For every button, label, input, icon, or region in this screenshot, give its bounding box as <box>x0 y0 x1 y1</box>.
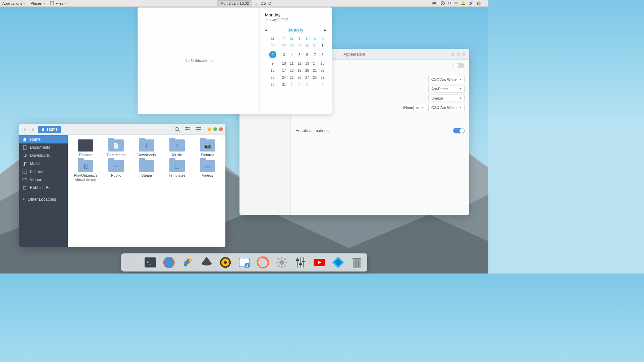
nav-forward[interactable]: › <box>30 126 36 133</box>
cal-day[interactable]: 29 <box>319 74 326 81</box>
cal-day[interactable]: 27 <box>303 74 311 81</box>
sidebar-item-home[interactable]: Home <box>19 135 68 143</box>
path-home-button[interactable]: Home <box>38 126 61 133</box>
cal-day[interactable]: 31 <box>311 42 319 49</box>
cal-day[interactable]: 26 <box>296 74 303 81</box>
global-dark-toggle[interactable]: × <box>453 63 465 68</box>
dock-updater[interactable] <box>256 255 270 269</box>
dock-trash[interactable] <box>350 255 364 269</box>
cal-day[interactable]: 25 <box>288 74 296 81</box>
cal-day[interactable]: 5 <box>319 81 326 88</box>
chevron-down-icon[interactable]: ⌄ <box>484 1 487 5</box>
folder-downloads[interactable]: ⬇Downloads <box>132 139 161 157</box>
dock-terminal-app[interactable]: >_ <box>143 255 157 269</box>
files-menu[interactable]: Files⌄ <box>48 0 69 6</box>
cal-day[interactable]: 15 <box>319 60 326 67</box>
dock-settings[interactable] <box>275 255 289 269</box>
mail2-icon[interactable]: ✉ <box>454 1 458 5</box>
cal-day[interactable]: 22 <box>319 67 326 74</box>
search-icon[interactable] <box>174 127 180 132</box>
sidebar-item-music[interactable]: Music <box>19 160 68 168</box>
cal-day[interactable]: 7 <box>311 49 319 60</box>
nav-back[interactable]: ‹ <box>22 126 28 133</box>
cal-day[interactable]: 31 <box>280 81 288 88</box>
folder-music[interactable]: ♫Music <box>162 139 192 157</box>
dock-inkscape[interactable] <box>200 255 214 269</box>
tweaks-min[interactable] <box>451 52 454 56</box>
dock-disc-burner[interactable] <box>218 255 232 269</box>
folder-templates[interactable]: ◺Templates <box>162 160 192 182</box>
cal-day[interactable]: 24 <box>280 74 288 81</box>
dock-files-app[interactable] <box>124 255 139 269</box>
sidebar-item-pictures[interactable]: Pictures <box>19 168 68 176</box>
folder-steam[interactable]: Steam <box>132 160 161 182</box>
dock-downloader[interactable] <box>237 255 251 269</box>
cal-day[interactable]: 6 <box>303 49 311 60</box>
dock-youtube[interactable] <box>312 255 326 269</box>
dock-kodi[interactable] <box>331 255 345 269</box>
folder-public[interactable]: ⇢Public <box>102 160 131 182</box>
sidebar-item-rubbish-bin[interactable]: Rubbish Bin <box>19 184 68 192</box>
cal-day[interactable]: 20 <box>303 67 311 74</box>
sidebar-item-videos[interactable]: Videos <box>19 176 68 184</box>
cal-day[interactable]: 28 <box>311 74 319 81</box>
volume-icon[interactable]: 🔊 <box>469 1 474 5</box>
dock-tuner[interactable] <box>293 255 308 269</box>
dock-firefox[interactable] <box>162 255 176 269</box>
controller-icon[interactable]: 🎮 <box>432 1 437 5</box>
tweaks-max[interactable] <box>457 52 460 56</box>
rss-icon[interactable] <box>440 1 445 6</box>
cal-day[interactable]: 3 <box>303 81 311 88</box>
cal-day[interactable]: 2 <box>296 81 303 88</box>
shell-theme-dropdown[interactable]: OSX-Arc-White <box>428 104 465 111</box>
folder-desktop[interactable]: Desktop <box>71 139 100 157</box>
cal-day[interactable]: 12 <box>296 60 303 67</box>
bell-icon[interactable]: 🔔 <box>461 1 466 5</box>
view-grid-icon[interactable] <box>185 127 191 132</box>
cal-day[interactable]: 1 <box>288 81 296 88</box>
cal-day[interactable]: 29 <box>296 42 303 49</box>
cal-day[interactable]: 26 <box>265 42 280 49</box>
cal-day[interactable]: 11 <box>288 60 296 67</box>
cal-day[interactable]: 18 <box>288 67 296 74</box>
gtk-theme-dropdown[interactable]: OSX-Arc-White <box>428 76 465 83</box>
dock-photos[interactable] <box>181 255 195 269</box>
power-icon[interactable]: ⏻ <box>477 1 481 5</box>
places-menu[interactable]: Places⌄ <box>28 0 48 6</box>
close-button[interactable] <box>219 127 223 131</box>
mail-icon[interactable]: ✉ <box>448 1 451 5</box>
icon-theme-dropdown[interactable]: Arc-Paper <box>428 85 465 93</box>
folder-documents[interactable]: 📄Documents <box>102 139 131 157</box>
cal-day[interactable]: 17 <box>280 67 288 74</box>
cal-prev[interactable]: ◀ <box>265 28 267 32</box>
animations-toggle[interactable] <box>453 128 465 133</box>
cal-day[interactable]: 5 <box>296 49 303 60</box>
clock-label[interactable]: Mon 2 Jan, 13:02 <box>217 0 252 6</box>
cal-day[interactable]: 13 <box>303 60 311 67</box>
minimize-button[interactable] <box>208 127 211 131</box>
cal-day[interactable]: 9 <box>265 60 280 67</box>
cal-day[interactable]: 1 <box>319 42 326 49</box>
cal-day[interactable]: 10 <box>280 60 288 67</box>
cal-day[interactable]: 4 <box>311 81 319 88</box>
cal-day[interactable]: 28 <box>288 42 296 49</box>
sidebar-item-documents[interactable]: Documents <box>19 143 68 152</box>
panel-clock[interactable]: Mon 2 Jan, 13:02 ☼ 2.5 °C <box>217 0 271 6</box>
cal-day[interactable]: 16 <box>265 67 280 74</box>
cursor-theme-dropdown[interactable]: Breeze <box>428 95 465 102</box>
shell-theme-none[interactable]: (None)▭ <box>400 104 426 111</box>
cal-day[interactable]: 4 <box>288 49 296 60</box>
applications-menu[interactable]: Applications⌄ <box>0 0 28 6</box>
folder-pictures[interactable]: 📷Pictures <box>193 139 222 157</box>
cal-day[interactable]: 30 <box>265 81 280 88</box>
sidebar-other-locations[interactable]: +Other Locations <box>19 195 68 203</box>
cal-day[interactable]: 8 <box>319 49 326 60</box>
cal-day[interactable]: 21 <box>311 67 319 74</box>
maximize-button[interactable] <box>213 127 217 131</box>
folder-videos[interactable]: ▭Videos <box>193 160 222 182</box>
folder-playonlinux-s-virtual-drives[interactable]: ◧PlayOnLinux's virtual drives <box>71 160 100 182</box>
tweaks-close[interactable] <box>462 52 466 56</box>
cal-day[interactable]: 27 <box>280 42 288 49</box>
hamburger-icon[interactable] <box>196 127 201 132</box>
cal-day[interactable]: 3 <box>280 49 288 60</box>
